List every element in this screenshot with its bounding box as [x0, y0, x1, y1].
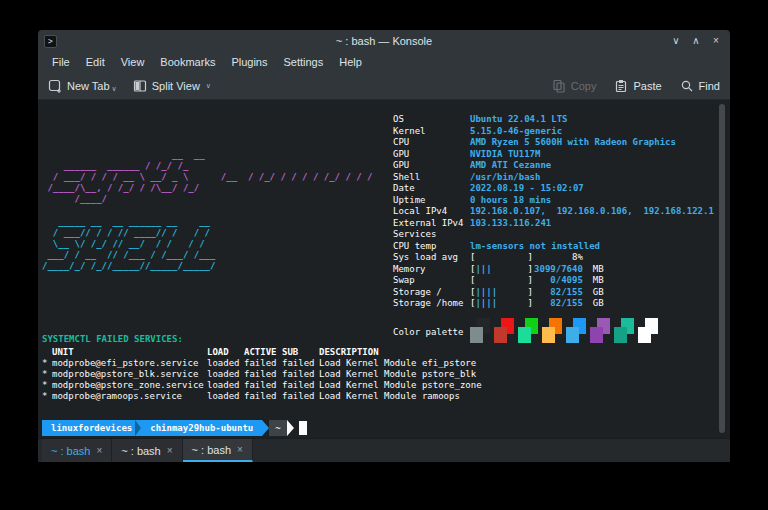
- info-label: Local IPv4: [393, 206, 470, 218]
- service-load: loaded: [207, 358, 244, 369]
- palette-swatch-red: [494, 318, 514, 343]
- new-tab-button[interactable]: New Tab ∨: [48, 79, 117, 93]
- terminal-screen[interactable]: __ __ ______ ______ / /_/ /_ / ___/ / / …: [38, 100, 730, 438]
- tab-close-icon[interactable]: ×: [237, 444, 243, 455]
- copy-button[interactable]: Copy: [552, 79, 597, 93]
- ascii-art-shell: _____ __ __ ______ __ __ / ___// / / // …: [42, 217, 215, 272]
- toolbar: New Tab ∨ Split View ∨ Copy Paste: [38, 72, 730, 100]
- tab-label: ~ : bash: [121, 445, 160, 457]
- close-button[interactable]: ×: [708, 33, 724, 49]
- scrollbar-thumb[interactable]: [719, 104, 725, 433]
- tab-bash-3-active[interactable]: ~ : bash ×: [183, 439, 253, 462]
- menu-help[interactable]: Help: [331, 54, 370, 70]
- menu-settings[interactable]: Settings: [275, 54, 331, 70]
- service-active: failed: [244, 358, 282, 369]
- info-label: GPU: [393, 149, 470, 161]
- meter-fill: ||||: [475, 287, 527, 299]
- meter-value: 0/4095: [533, 275, 583, 287]
- menu-view[interactable]: View: [113, 54, 153, 70]
- info-label: Shell: [393, 172, 470, 184]
- bullet: *: [42, 358, 52, 369]
- info-row-shell: Shell/usr/bin/bash: [393, 172, 714, 184]
- powerline-arrow-icon: [287, 420, 294, 436]
- meter-fill: [475, 252, 527, 264]
- service-row: * modprobe@pstore_blk.service loaded fai…: [42, 369, 482, 380]
- meter-fill: [475, 275, 527, 287]
- info-label: OS: [393, 114, 470, 126]
- meter-fill: ||||: [475, 298, 527, 310]
- meter-unit: MB: [593, 275, 604, 287]
- meter-value: 8%: [533, 252, 583, 264]
- info-label: CPU: [393, 137, 470, 149]
- info-row-gpu1: GPUNVIDIA TU117M: [393, 149, 714, 161]
- minimize-button[interactable]: ∨: [668, 33, 684, 49]
- info-row-uptime: Uptime0 hours 18 mins: [393, 195, 714, 207]
- info-row-gpu2: GPUAMD ATI Cezanne: [393, 160, 714, 172]
- service-load: loaded: [207, 369, 244, 380]
- meter-row-storage-root: Storage /[||||]82/155GB: [393, 287, 714, 299]
- info-row-services: Services: [393, 229, 714, 241]
- info-value: Ubuntu 22.04.1 LTS: [470, 114, 568, 126]
- service-load: loaded: [207, 391, 244, 402]
- info-label: Storage /: [393, 287, 470, 299]
- meter-value: 3099/7640: [533, 264, 583, 276]
- info-value: AMD Ryzen 5 5600H with Radeon Graphics: [470, 137, 676, 149]
- bullet: *: [42, 380, 52, 391]
- col-load: LOAD: [207, 347, 244, 358]
- meter-row-sys-load: Sys load avg[]8%: [393, 252, 714, 264]
- text-cursor: [299, 421, 307, 435]
- paste-button[interactable]: Paste: [614, 79, 661, 93]
- info-label: Date: [393, 183, 470, 195]
- info-label: Kernel: [393, 126, 470, 138]
- service-load: loaded: [207, 380, 244, 391]
- info-value: 5.15.0-46-generic: [470, 126, 562, 138]
- menu-edit[interactable]: Edit: [78, 54, 113, 70]
- services-header-row: UNIT LOAD ACTIVE SUB DESCRIPTION: [42, 347, 482, 358]
- terminal-scrollbar: [718, 103, 726, 435]
- prompt-segment-cwd: ~: [269, 420, 286, 436]
- info-label: Storage /home: [393, 298, 470, 310]
- service-description: Load Kernel Module pstore_blk: [319, 369, 476, 380]
- info-row-cpu: CPUAMD Ryzen 5 5600H with Radeon Graphic…: [393, 137, 714, 149]
- service-active: failed: [244, 380, 282, 391]
- tab-label: ~ : bash: [192, 444, 231, 456]
- color-palette-blocks: [470, 318, 658, 343]
- new-tab-caret-icon[interactable]: ∨: [112, 85, 117, 93]
- info-value: 0 hours 18 mins: [470, 195, 551, 207]
- find-label: Find: [699, 80, 720, 92]
- tabbar: ~ : bash × ~ : bash × ~ : bash ×: [38, 438, 730, 462]
- info-label: Memory: [393, 264, 470, 276]
- meter-value: 82/155: [533, 298, 583, 310]
- menu-bookmarks[interactable]: Bookmarks: [152, 54, 223, 70]
- split-view-button[interactable]: Split View ∨: [133, 79, 211, 93]
- tab-bash-1[interactable]: ~ : bash ×: [42, 439, 112, 462]
- menu-file[interactable]: File: [44, 54, 78, 70]
- tab-close-icon[interactable]: ×: [167, 445, 173, 456]
- service-sub: failed: [282, 380, 319, 391]
- service-row: * modprobe@efi_pstore.service loaded fai…: [42, 358, 482, 369]
- maximize-button[interactable]: ∧: [688, 33, 704, 49]
- split-view-caret-icon[interactable]: ∨: [206, 82, 211, 90]
- find-button[interactable]: Find: [680, 79, 720, 93]
- col-sub: SUB: [282, 347, 319, 358]
- meter-unit: MB: [593, 264, 604, 276]
- tab-bash-2[interactable]: ~ : bash ×: [112, 439, 182, 462]
- ascii-art-pink: __ __ ______ ______ / /_/ /_ / ___/ / / …: [42, 150, 373, 205]
- copy-icon: [552, 79, 566, 93]
- menu-plugins[interactable]: Plugins: [223, 54, 275, 70]
- tab-close-icon[interactable]: ×: [96, 445, 102, 456]
- service-sub: failed: [282, 391, 319, 402]
- window-title: ~ : bash — Konsole: [38, 35, 730, 47]
- service-unit: modprobe@pstore_blk.service: [52, 369, 207, 380]
- bullet: *: [42, 369, 52, 380]
- prompt-segment-host: chinmay29hub-ubuntu: [141, 420, 262, 436]
- titlebar[interactable]: > ~ : bash — Konsole ∨ ∧ ×: [38, 30, 730, 52]
- info-row-external-ip: External IPv4103.133.116.241: [393, 218, 714, 230]
- info-label: Services: [393, 229, 470, 241]
- info-label: Uptime: [393, 195, 470, 207]
- info-label: Swap: [393, 275, 470, 287]
- info-label: External IPv4: [393, 218, 470, 230]
- service-active: failed: [244, 391, 282, 402]
- konsole-window: > ~ : bash — Konsole ∨ ∧ × File Edit Vie…: [38, 30, 730, 462]
- search-icon: [680, 79, 694, 93]
